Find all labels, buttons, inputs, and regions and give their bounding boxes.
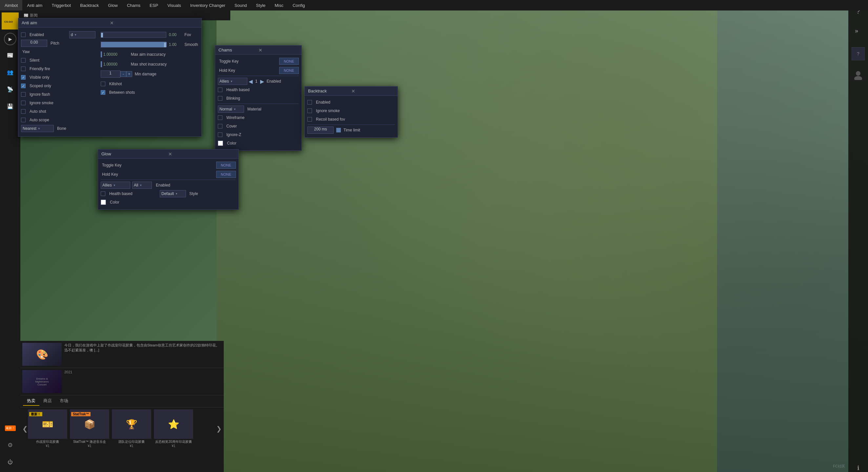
nearest-dropdown[interactable]: Nearest ▼	[21, 125, 54, 132]
backtrack-body: Enabled Ignore smoke Recoil based fov 20…	[305, 96, 398, 137]
question-box[interactable]: ?	[851, 47, 865, 60]
shop-tab-market[interactable]: 市场	[56, 397, 72, 406]
max-shot-label: Max shot inaccuracy	[130, 62, 199, 67]
fov-label: Fov	[183, 32, 199, 37]
min-damage-plus[interactable]: +	[126, 71, 132, 77]
auto-shot-checkbox[interactable]	[21, 109, 26, 114]
chevrons-button[interactable]: »	[855, 26, 862, 37]
info-button[interactable]: ℹ	[857, 463, 860, 472]
glow-health-checkbox[interactable]	[101, 192, 105, 196]
news-header-text: 新闻	[30, 13, 38, 19]
backtrack-time-checkbox-filled[interactable]	[336, 128, 341, 132]
smooth-slider[interactable]	[101, 42, 166, 47]
chams-wireframe-checkbox[interactable]	[218, 115, 222, 120]
glow-toggle-key-button[interactable]: NONE	[216, 162, 236, 169]
menu-antiaim[interactable]: Anti aim	[22, 0, 47, 10]
chams-normal-dropdown[interactable]: Normal ▼	[218, 106, 244, 113]
shop-tab-store[interactable]: 商店	[39, 397, 56, 406]
chams-toggle-key-label: Toggle Key	[218, 59, 279, 64]
glow-close-button[interactable]: ✕	[166, 151, 235, 157]
chams-color-swatch[interactable]	[218, 141, 223, 146]
chams-toggle-key-button[interactable]: NONE	[279, 58, 299, 65]
settings-button[interactable]: ⚙	[3, 438, 18, 452]
min-damage-input[interactable]: 1	[101, 70, 120, 78]
chams-hold-key-button[interactable]: NONE	[279, 67, 299, 74]
chams-cover-checkbox[interactable]	[218, 124, 222, 129]
glow-color-swatch[interactable]	[101, 200, 106, 205]
chams-health-checkbox[interactable]	[218, 88, 222, 92]
broadcast-button[interactable]: 📡	[3, 82, 18, 96]
backtrack-ignore-smoke-checkbox[interactable]	[307, 108, 312, 113]
svg-point-2	[856, 71, 861, 76]
friends-button[interactable]: 👥	[3, 65, 18, 79]
glow-allies-arrow-icon: ▼	[113, 184, 116, 187]
chams-prev-button[interactable]: ◀	[247, 78, 254, 85]
menu-config[interactable]: Config	[288, 0, 310, 10]
backtrack-recoil-checkbox[interactable]	[307, 117, 312, 122]
shop-item-1[interactable]: 最新！ 🎫 作战室印花胶囊 ¥1	[28, 409, 67, 448]
backtrack-close-button[interactable]: ✕	[349, 88, 395, 94]
glow-allies-dropdown[interactable]: Allies ▼	[101, 181, 130, 189]
auto-scope-checkbox[interactable]	[21, 118, 26, 122]
nearest-bone-row: Nearest ▼ Bone	[21, 125, 95, 132]
news-button[interactable]: 📰	[3, 48, 18, 62]
chams-allies-dropdown[interactable]: Allies ▼	[218, 78, 247, 85]
ignore-flash-checkbox[interactable]	[21, 92, 26, 97]
smooth-thumb[interactable]	[164, 43, 166, 47]
between-shots-checkbox[interactable]	[101, 90, 105, 95]
menu-sound[interactable]: Sound	[230, 0, 252, 10]
backtrack-time-limit-label: Time limit	[342, 128, 395, 132]
menu-aimbot[interactable]: Aimbot	[0, 0, 22, 10]
min-damage-minus[interactable]: -	[120, 71, 126, 77]
ignore-smoke-checkbox[interactable]	[21, 101, 26, 105]
friendly-fire-checkbox[interactable]	[21, 67, 26, 71]
downloads-button[interactable]: 💾	[3, 99, 18, 113]
news-image: 🎨	[22, 343, 62, 366]
scoped-only-checkbox[interactable]	[21, 83, 26, 88]
menu-triggerbot[interactable]: Triggerbot	[47, 0, 75, 10]
glow-all-dropdown[interactable]: All ▼	[132, 181, 152, 189]
glow-title-bar: Glow ✕	[98, 149, 239, 159]
glow-default-dropdown[interactable]: Default ▼	[160, 190, 186, 197]
backtrack-time-input[interactable]: 200 ms	[307, 127, 334, 134]
play-button[interactable]: ▶	[4, 33, 17, 45]
enabled-dropdown[interactable]: d ▼	[69, 31, 95, 38]
chams-blinking-checkbox[interactable]	[218, 96, 222, 101]
max-aim-row: 1.00000 Max aim inaccuracy	[101, 50, 199, 58]
backtrack-enabled-checkbox[interactable]	[307, 100, 312, 105]
shop-tab-hot[interactable]: 热卖	[23, 397, 39, 406]
shop-item-3[interactable]: 🏆 团队定位印花胶囊 ¥1	[112, 409, 151, 448]
menu-misc[interactable]: Misc	[270, 0, 288, 10]
fov-slider[interactable]	[101, 32, 166, 38]
silent-checkbox[interactable]	[21, 58, 26, 63]
menu-style[interactable]: Style	[251, 0, 270, 10]
menu-backtrack[interactable]: Backtrack	[75, 0, 103, 10]
glow-hold-key-button[interactable]: NONE	[216, 171, 236, 178]
menu-chams[interactable]: Chams	[122, 0, 145, 10]
enabled-checkbox[interactable]	[21, 32, 26, 37]
menu-esp[interactable]: ESP	[145, 0, 163, 10]
shop-prev-button[interactable]: ❮	[22, 425, 28, 433]
antiaim-right-panel: 0.00 Fov 1.00 Smooth 1.00000 Max aim ina…	[98, 30, 202, 134]
killshot-checkbox[interactable]	[101, 81, 105, 86]
shop-item-2[interactable]: StatTrak™ 📦 StatTrak™ 激进音乐盒 ¥1	[70, 409, 109, 448]
visible-only-checkbox[interactable]	[21, 75, 26, 80]
max-aim-label: Max aim inaccuracy	[130, 52, 199, 57]
chams-close-button[interactable]: ✕	[256, 47, 299, 54]
menu-inventory-changer[interactable]: Inventory Changer	[186, 0, 230, 10]
antiaim-close-button[interactable]: ✕	[108, 20, 198, 26]
chams-ignorez-checkbox[interactable]	[218, 132, 222, 137]
antiaim-body: Enabled d ▼ 0.00 Pitch Yaw Silent Friend…	[19, 28, 202, 136]
menu-glow[interactable]: Glow	[103, 0, 122, 10]
shop-item-4[interactable]: ⭐ 反恐精英20周年印花胶囊 ¥1	[154, 409, 193, 448]
chams-next-button[interactable]: ▶	[259, 78, 266, 85]
chams-hold-key-row: Hold Key NONE	[218, 67, 299, 74]
news-text-area: 今日，我们在游戏中上架了作战室印花胶囊，包含由Steam创意工坊艺术家创作的22…	[64, 343, 222, 366]
glow-all-arrow-icon: ▼	[140, 184, 142, 187]
menu-visuals[interactable]: Visuals	[163, 0, 186, 10]
shop-next-button[interactable]: ❯	[216, 425, 222, 433]
fov-thumb[interactable]	[101, 33, 103, 37]
avatar-button[interactable]	[853, 70, 863, 82]
pitch-input[interactable]: 0.00	[21, 40, 47, 47]
power-button[interactable]: ⏻	[3, 455, 18, 469]
